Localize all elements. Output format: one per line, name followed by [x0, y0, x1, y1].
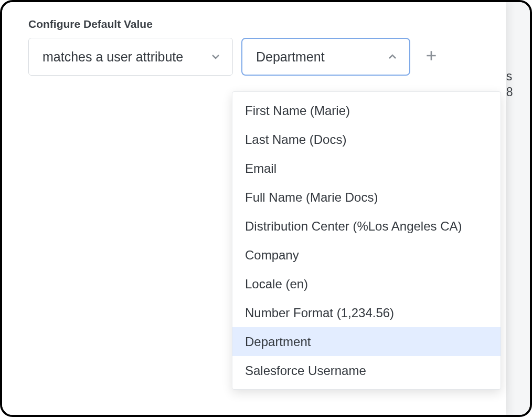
dropdown-item-label: Last Name (Docs) — [245, 132, 346, 147]
dropdown-item-last-name[interactable]: Last Name (Docs) — [232, 125, 501, 154]
condition-select-label: matches a user attribute — [42, 49, 183, 65]
dropdown-item-label: Company — [245, 248, 299, 263]
dropdown-item-label: Salesforce Username — [245, 363, 366, 378]
dropdown-item-email[interactable]: Email — [232, 154, 501, 183]
dropdown-item-label: Number Format (1,234.56) — [245, 306, 394, 320]
dropdown-item-label: Email — [245, 161, 276, 176]
add-button[interactable] — [422, 47, 441, 66]
chevron-up-icon — [387, 51, 398, 62]
dropdown-item-salesforce-username[interactable]: Salesforce Username — [232, 356, 501, 385]
dropdown-item-distribution-center[interactable]: Distribution Center (%Los Angeles CA) — [232, 212, 501, 241]
dropdown-item-first-name[interactable]: First Name (Marie) — [232, 96, 501, 125]
dropdown-item-locale[interactable]: Locale (en) — [232, 269, 501, 298]
dropdown-item-full-name[interactable]: Full Name (Marie Docs) — [232, 183, 501, 212]
chevron-down-icon — [210, 51, 221, 62]
dropdown-item-number-format[interactable]: Number Format (1,234.56) — [232, 298, 501, 327]
plus-icon — [424, 49, 438, 65]
controls-row: matches a user attribute Department — [28, 38, 485, 76]
dropdown-item-label: Department — [245, 335, 311, 349]
attribute-dropdown: First Name (Marie) Last Name (Docs) Emai… — [232, 91, 501, 390]
condition-select[interactable]: matches a user attribute — [28, 38, 233, 76]
dropdown-item-department[interactable]: Department — [232, 327, 501, 356]
dropdown-item-label: Distribution Center (%Los Angeles CA) — [245, 219, 462, 234]
dropdown-item-label: Full Name (Marie Docs) — [245, 190, 378, 205]
section-title: Configure Default Value — [28, 18, 485, 30]
dropdown-item-label: Locale (en) — [245, 277, 308, 291]
config-modal: Configure Default Value matches a user a… — [2, 2, 506, 415]
dropdown-item-company[interactable]: Company — [232, 241, 501, 269]
attribute-select-label: Department — [256, 49, 325, 65]
window-frame: on Ho atshirts s 20.18 ees 81 s 1 Config… — [0, 0, 532, 417]
dropdown-item-label: First Name (Marie) — [245, 103, 350, 118]
attribute-select[interactable]: Department — [241, 38, 410, 76]
